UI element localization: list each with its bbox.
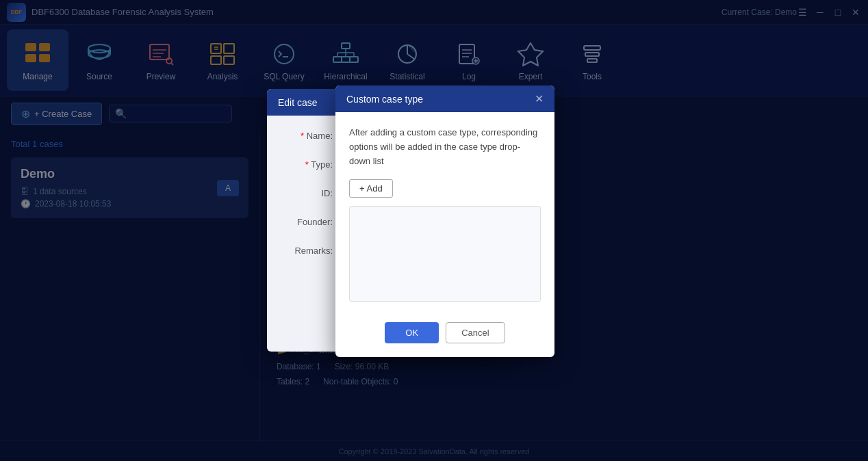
- custom-dialog-footer: OK Cancel: [335, 315, 554, 357]
- name-label: Name:: [278, 127, 333, 141]
- founder-label: Founder:: [278, 213, 333, 227]
- custom-case-type-dialog: Custom case type ✕ After adding a custom…: [335, 85, 554, 357]
- custom-dialog-close-button[interactable]: ✕: [535, 92, 544, 105]
- custom-ok-button[interactable]: OK: [385, 322, 439, 343]
- custom-dialog-info-text: After adding a custom case type, corresp…: [349, 126, 541, 168]
- custom-add-button[interactable]: + Add: [349, 179, 393, 198]
- id-label: ID:: [278, 184, 333, 198]
- overlay: Edit case ✕ Name: Type: ▼ ID: Founder:: [0, 0, 868, 461]
- custom-dialog-body: After adding a custom case type, corresp…: [335, 112, 554, 315]
- edit-case-title: Edit case: [278, 97, 318, 108]
- custom-type-list: [349, 206, 541, 302]
- custom-dialog-header: Custom case type ✕: [335, 85, 554, 112]
- remarks-label: Remarks:: [278, 241, 333, 256]
- type-label: Type:: [278, 155, 333, 170]
- custom-cancel-button[interactable]: Cancel: [446, 322, 505, 343]
- custom-dialog-title: Custom case type: [346, 94, 423, 105]
